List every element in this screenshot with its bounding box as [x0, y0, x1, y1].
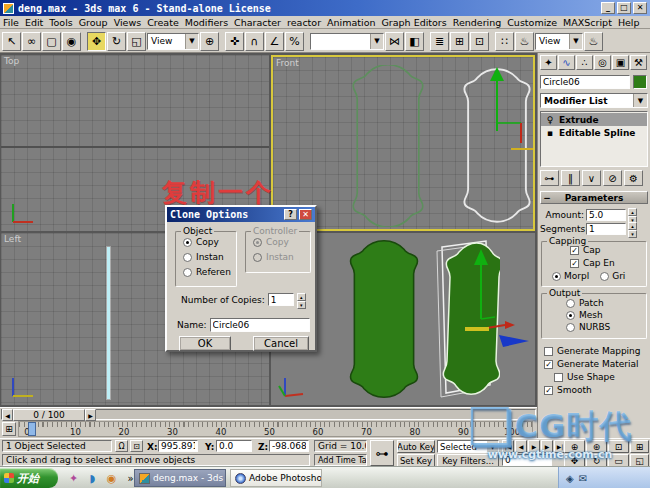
move-gizmo-icon[interactable] [453, 247, 535, 351]
minimize-button[interactable]: _ [601, 2, 615, 14]
parameters-rollout-header[interactable]: − Parameters [540, 191, 648, 204]
menu-animation[interactable]: Animation [324, 17, 378, 28]
play-icon[interactable]: ▶ [528, 440, 540, 453]
show-end-result-icon[interactable]: ‖ [561, 170, 580, 186]
radio-reference-icon[interactable] [183, 268, 192, 277]
menu-file[interactable]: File [0, 17, 22, 28]
chevron-down-icon[interactable]: ▼ [569, 34, 582, 49]
smooth-checkbox[interactable]: ✓ Smooth [544, 385, 641, 395]
amount-input[interactable] [587, 210, 625, 220]
select-and-move-icon[interactable]: ✥ [87, 32, 106, 51]
window-crossing-icon[interactable]: ◉ [62, 32, 81, 51]
key-mode-dropdown[interactable]: Selected ▼ [437, 440, 499, 453]
previous-frame-icon[interactable]: ◀ [515, 440, 527, 453]
x-field[interactable] [158, 440, 198, 452]
dialog-title-bar[interactable]: Clone Options ? ✕ [167, 207, 315, 222]
select-and-scale-icon[interactable]: ◱ [127, 32, 146, 51]
stack-item-extrude[interactable]: ♀ Extrude [541, 113, 647, 126]
tray-icon-1[interactable]: ◈ [566, 473, 574, 484]
segments-input[interactable] [587, 224, 625, 234]
use-pivot-center-icon[interactable]: ⊕ [200, 32, 219, 51]
ok-button[interactable]: OK [179, 336, 231, 351]
select-and-manipulate-icon[interactable]: ✜ [225, 32, 244, 51]
start-button[interactable]: 开始 [0, 468, 58, 488]
remove-modifier-icon[interactable]: ⊘ [603, 170, 622, 186]
current-frame-field[interactable] [502, 454, 552, 466]
quicklaunch-icon-3[interactable]: ◉ [104, 472, 119, 485]
copies-spinner[interactable]: ▴ ▾ [297, 293, 306, 306]
modifier-list-dropdown[interactable]: Modifier List ▼ [540, 93, 648, 108]
menu-group[interactable]: Group [76, 17, 111, 28]
quicklaunch-icon-2[interactable]: ◗ [85, 472, 100, 485]
y-input[interactable] [217, 441, 251, 451]
make-unique-icon[interactable]: ∨ [582, 170, 601, 186]
configure-modifier-sets-icon[interactable]: ⚙ [624, 170, 643, 186]
stack-item-editable-spline[interactable]: ▪ Editable Spline [541, 126, 647, 139]
set-keys-icon[interactable]: ⊶ [370, 440, 394, 466]
auto-key-button[interactable]: Auto Key [397, 440, 435, 453]
quicklaunch-icon-1[interactable]: ✦ [66, 472, 81, 485]
angle-snap-icon[interactable]: ∠ [265, 32, 284, 51]
maximize-button[interactable]: □ [617, 2, 631, 14]
segments-field[interactable] [586, 223, 626, 235]
segments-spinner[interactable]: ▴▾ [628, 222, 637, 235]
tab-display-icon[interactable]: ▣ [612, 55, 629, 70]
tray-icon-2[interactable]: ✉ [579, 473, 587, 484]
radio-mesh[interactable]: Mesh [566, 310, 646, 320]
menu-create[interactable]: Create [144, 17, 182, 28]
close-button[interactable]: ✕ [633, 2, 647, 14]
radio-nurbs[interactable]: NURBS [566, 322, 646, 332]
chevron-down-icon[interactable]: ▼ [370, 34, 383, 49]
menu-graph-editors[interactable]: Graph Editors [378, 17, 449, 28]
menu-character[interactable]: Character [231, 17, 284, 28]
checkbox-checked-icon[interactable]: ✓ [570, 246, 579, 255]
amount-field[interactable] [586, 209, 626, 221]
render-type-dropdown[interactable]: View ▼ [535, 33, 583, 50]
chevron-down-icon[interactable]: ▼ [487, 441, 498, 452]
radio-patch[interactable]: Patch [566, 298, 646, 308]
snap-toggle-icon[interactable]: ∩ [245, 32, 264, 51]
menu-views[interactable]: Views [111, 17, 145, 28]
time-slider-handle[interactable]: ◀ 0 / 100 ▶ [2, 409, 96, 421]
menu-reactor[interactable]: reactor [284, 17, 324, 28]
z-field[interactable] [269, 440, 309, 452]
previous-frame-icon[interactable]: ◀ [2, 409, 13, 421]
spline-plaque-outline[interactable] [347, 65, 429, 227]
radio-copy[interactable]: Copy [183, 237, 236, 247]
go-to-start-icon[interactable]: |◀ [502, 440, 514, 453]
zoom-all-icon[interactable]: ⊛ [586, 440, 607, 453]
x-input[interactable] [159, 441, 197, 451]
zoom-icon[interactable]: ⊕ [564, 440, 585, 453]
tab-utilities-icon[interactable]: ⚒ [630, 55, 647, 70]
menu-maxscript[interactable]: MAXScript [560, 17, 615, 28]
mirror-icon[interactable]: ⋈ [385, 32, 404, 51]
add-time-tag[interactable]: Add Time Tag [314, 454, 367, 466]
checkbox-checked-icon[interactable]: ✓ [544, 386, 553, 395]
current-frame-input[interactable] [503, 455, 551, 465]
selection-lock-icon[interactable]: Ω [115, 440, 128, 452]
chevron-down-icon[interactable]: ▼ [633, 94, 647, 107]
next-frame-icon[interactable]: ▶ [85, 409, 96, 421]
next-frame-icon[interactable]: ▶ [541, 440, 553, 453]
pin-stack-icon[interactable]: ⊶ [540, 170, 559, 186]
percent-snap-icon[interactable]: % [285, 32, 304, 51]
radio-mesh-icon[interactable] [566, 311, 575, 320]
track-bar-frame-indicator[interactable] [28, 422, 36, 436]
radio-grid-icon[interactable] [600, 272, 609, 281]
menu-modifiers[interactable]: Modifiers [182, 17, 231, 28]
checkbox-checked-icon[interactable]: ✓ [570, 259, 579, 268]
y-field[interactable] [216, 440, 252, 452]
taskbar-item-3dsmax[interactable]: deng.max - 3ds m... [134, 469, 226, 487]
menu-tools[interactable]: Tools [46, 17, 75, 28]
menu-help[interactable]: Help [615, 17, 643, 28]
named-selection-dropdown[interactable]: ▼ [310, 33, 384, 50]
select-object-icon[interactable]: ↖ [2, 32, 21, 51]
amount-spinner[interactable]: ▴▾ [628, 208, 637, 221]
bulb-icon[interactable]: ♀ [545, 115, 555, 125]
mini-curve-editor-icon[interactable]: ⊞ [2, 422, 16, 436]
material-editor-icon[interactable]: ∷ [495, 32, 514, 51]
close-icon[interactable]: ✕ [299, 209, 312, 220]
radio-patch-icon[interactable] [566, 299, 575, 308]
cap-checkbox[interactable]: ✓ Cap [570, 245, 646, 255]
checkbox-unchecked-icon[interactable] [544, 347, 553, 356]
